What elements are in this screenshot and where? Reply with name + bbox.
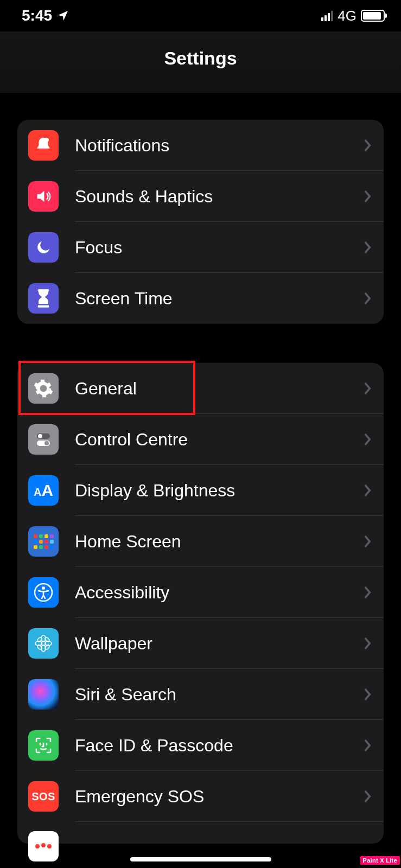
row-label: Siri & Search <box>75 685 363 705</box>
chevron-right-icon <box>363 738 372 752</box>
row-control-centre[interactable]: Control Centre <box>17 414 384 465</box>
chevron-right-icon <box>363 687 372 701</box>
aa-icon: AA <box>28 475 59 506</box>
svg-point-18 <box>35 844 40 848</box>
row-display-brightness[interactable]: AA Display & Brightness <box>17 465 384 516</box>
speaker-icon <box>28 181 59 212</box>
status-right: 4G <box>321 8 385 24</box>
svg-point-8 <box>42 586 45 590</box>
chevron-right-icon <box>363 189 372 203</box>
svg-point-6 <box>44 441 49 445</box>
switches-icon <box>28 424 59 455</box>
row-general[interactable]: General <box>17 363 384 414</box>
settings-group-2: General Control Centre AA Display & <box>17 363 384 844</box>
row-label: Screen Time <box>75 289 363 309</box>
exposure-icon <box>28 831 59 861</box>
svg-point-20 <box>47 844 52 848</box>
nav-header: Settings <box>0 31 401 93</box>
siri-icon <box>28 679 59 710</box>
flower-icon <box>28 628 59 659</box>
row-label: Home Screen <box>75 532 363 552</box>
svg-point-0 <box>44 138 49 143</box>
settings-content: Notifications Sounds & Haptics F <box>0 120 401 844</box>
row-label: Control Centre <box>75 430 363 450</box>
chevron-right-icon <box>363 585 372 599</box>
chevron-right-icon <box>363 483 372 497</box>
svg-rect-2 <box>38 305 49 308</box>
status-left: 5:45 <box>16 7 69 24</box>
chevron-right-icon <box>363 432 372 446</box>
row-label: Sounds & Haptics <box>75 187 363 207</box>
row-label: General <box>75 379 363 399</box>
row-label: Display & Brightness <box>75 481 363 501</box>
row-siri-search[interactable]: Siri & Search <box>17 669 384 720</box>
chevron-right-icon <box>363 381 372 395</box>
sos-icon: SOS <box>28 781 59 812</box>
svg-rect-1 <box>38 289 49 291</box>
bell-icon <box>28 130 59 161</box>
row-label: Face ID & Passcode <box>75 736 363 756</box>
row-home-screen[interactable]: Home Screen <box>17 516 384 567</box>
gear-icon <box>28 373 59 404</box>
row-label: Focus <box>75 238 363 258</box>
page-title: Settings <box>0 48 401 69</box>
row-emergency-sos[interactable]: SOS Emergency SOS <box>17 771 384 822</box>
row-label: Wallpaper <box>75 634 363 654</box>
chevron-right-icon <box>363 138 372 152</box>
row-label: Accessibility <box>75 583 363 603</box>
row-focus[interactable]: Focus <box>17 222 384 273</box>
location-icon <box>56 9 69 22</box>
moon-icon <box>28 232 59 263</box>
network-label: 4G <box>338 8 357 24</box>
chevron-right-icon <box>363 534 372 548</box>
status-bar: 5:45 4G <box>0 0 401 31</box>
home-indicator[interactable] <box>130 857 271 861</box>
row-exposure-partial[interactable] <box>17 822 384 844</box>
hourglass-icon <box>28 283 59 314</box>
settings-group-1: Notifications Sounds & Haptics F <box>17 120 384 324</box>
faceid-icon <box>28 730 59 761</box>
svg-point-4 <box>38 434 42 438</box>
row-wallpaper[interactable]: Wallpaper <box>17 618 384 669</box>
accessibility-icon <box>28 577 59 608</box>
grid-icon <box>28 526 59 557</box>
svg-point-19 <box>41 843 46 847</box>
chevron-right-icon <box>363 636 372 650</box>
row-faceid-passcode[interactable]: Face ID & Passcode <box>17 720 384 771</box>
row-notifications[interactable]: Notifications <box>17 120 384 171</box>
status-time: 5:45 <box>22 7 52 24</box>
row-label: Emergency SOS <box>75 787 363 807</box>
chevron-right-icon <box>363 240 372 254</box>
watermark-badge: Paint X Lite <box>360 856 400 865</box>
row-label: Notifications <box>75 136 363 156</box>
row-screen-time[interactable]: Screen Time <box>17 273 384 324</box>
chevron-right-icon <box>363 789 372 803</box>
cellular-signal-icon <box>321 10 333 21</box>
row-accessibility[interactable]: Accessibility <box>17 567 384 618</box>
chevron-right-icon <box>363 291 372 305</box>
battery-icon <box>361 10 385 22</box>
row-sounds-haptics[interactable]: Sounds & Haptics <box>17 171 384 222</box>
